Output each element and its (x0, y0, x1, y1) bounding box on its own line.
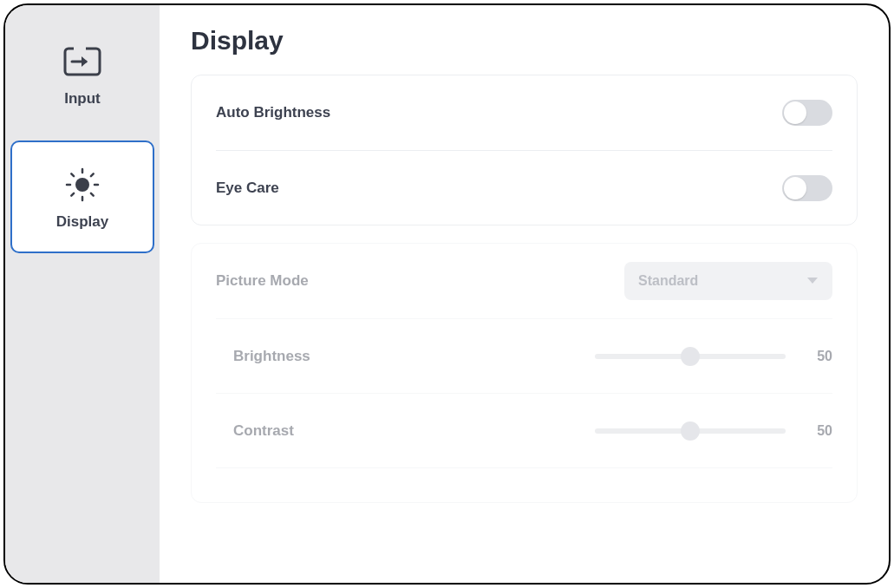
contrast-slider[interactable] (595, 422, 786, 440)
auto-brightness-toggle[interactable] (782, 100, 832, 126)
svg-line-7 (71, 173, 74, 176)
sidebar-item-input[interactable]: Input (10, 17, 154, 130)
row-picture-mode: Picture Mode Standard (216, 244, 832, 318)
brightness-value: 50 (806, 349, 832, 364)
toggle-knob (784, 101, 806, 124)
chevron-down-icon (806, 273, 819, 289)
svg-point-2 (75, 178, 89, 192)
main-content: Display Auto Brightness Eye Care Picture… (160, 5, 889, 583)
sidebar-item-display[interactable]: Display (10, 140, 154, 253)
input-icon (62, 40, 103, 83)
contrast-label: Contrast (216, 422, 294, 440)
brightness-label: Brightness (216, 348, 310, 365)
row-brightness: Brightness 50 (216, 318, 832, 393)
row-extra (216, 467, 832, 502)
picture-mode-select[interactable]: Standard (624, 262, 832, 300)
eye-care-toggle[interactable] (782, 175, 832, 201)
page-title: Display (191, 26, 858, 56)
row-eye-care: Eye Care (216, 150, 832, 225)
slider-thumb (681, 421, 700, 441)
settings-window: Input Display (3, 3, 891, 585)
row-contrast: Contrast 50 (216, 393, 832, 467)
auto-brightness-label: Auto Brightness (216, 104, 330, 121)
slider-track (595, 428, 786, 434)
brightness-slider[interactable] (595, 348, 786, 365)
panel-general: Auto Brightness Eye Care (191, 75, 858, 225)
svg-line-8 (91, 193, 94, 196)
picture-mode-label: Picture Mode (216, 272, 309, 290)
picture-mode-value: Standard (638, 273, 698, 289)
brightness-control: 50 (595, 348, 832, 365)
svg-line-10 (91, 173, 94, 176)
panel-picture: Picture Mode Standard Brightness (191, 243, 858, 503)
brightness-icon (63, 163, 101, 206)
svg-line-9 (71, 193, 74, 196)
contrast-control: 50 (595, 422, 832, 440)
slider-track (595, 354, 786, 359)
eye-care-label: Eye Care (216, 180, 279, 197)
sidebar-item-label: Display (56, 213, 108, 231)
toggle-knob (784, 177, 806, 199)
svg-rect-1 (74, 46, 86, 53)
contrast-value: 50 (806, 423, 832, 439)
slider-thumb (681, 347, 700, 366)
sidebar: Input Display (5, 5, 160, 583)
row-auto-brightness: Auto Brightness (216, 75, 832, 150)
sidebar-item-label: Input (64, 90, 101, 108)
